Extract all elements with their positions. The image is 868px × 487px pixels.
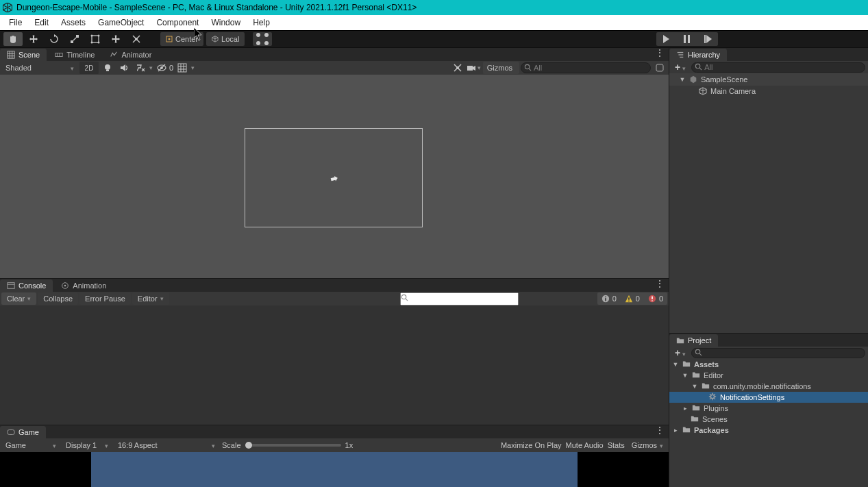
scene-search-input[interactable]: [521, 62, 651, 73]
game-mode-dropdown[interactable]: Game: [3, 441, 59, 449]
toggle-2d[interactable]: 2D: [79, 62, 99, 74]
tab-hierarchy[interactable]: Hierarchy: [669, 49, 727, 61]
step-button[interactable]: [697, 32, 718, 46]
svg-rect-52: [55, 53, 62, 56]
project-packages-row[interactable]: ▸ Packages: [669, 425, 868, 436]
hierarchy-search-input[interactable]: [691, 62, 865, 73]
project-plugins-row[interactable]: ▸ Plugins: [669, 403, 868, 414]
console-error-toggle[interactable]: 0: [644, 292, 667, 305]
console-pane-menu[interactable]: ⋮: [655, 280, 665, 287]
mute-audio-toggle[interactable]: Mute Audio: [566, 441, 604, 449]
tab-animator[interactable]: Animator: [103, 49, 158, 61]
scene-camera-dropdown[interactable]: ▾: [467, 62, 482, 74]
expand-toggle[interactable]: ▼: [679, 76, 686, 83]
tab-console[interactable]: Console: [0, 279, 53, 292]
console-warn-toggle[interactable]: 0: [621, 292, 644, 305]
folder-icon: [691, 371, 701, 380]
project-assets-row[interactable]: ▼ Assets: [669, 359, 868, 370]
expand-toggle[interactable]: ▼: [682, 372, 689, 379]
tab-game[interactable]: Game: [0, 426, 46, 438]
project-search-input[interactable]: [691, 348, 865, 358]
console-error-pause[interactable]: Error Pause: [79, 292, 131, 305]
fx-dropdown-icon[interactable]: ▾: [149, 64, 153, 71]
draw-mode-dropdown[interactable]: Shaded: [1, 62, 78, 74]
game-pane-menu[interactable]: ⋮: [655, 427, 665, 434]
menu-gameobject[interactable]: GameObject: [92, 18, 150, 27]
expand-toggle[interactable]: ▸: [672, 427, 679, 434]
project-create-dropdown[interactable]: +: [672, 347, 689, 358]
slider-knob[interactable]: [245, 442, 252, 449]
toggle-grid-vis[interactable]: [175, 62, 190, 74]
toggle-lighting[interactable]: [100, 62, 115, 74]
tool-move[interactable]: [24, 32, 43, 46]
scene-viewport[interactable]: [0, 75, 669, 278]
menu-assets[interactable]: Assets: [55, 18, 92, 27]
grid-dropdown-icon[interactable]: ▾: [191, 64, 195, 71]
display-dropdown[interactable]: Display 1: [63, 441, 111, 449]
tool-rect[interactable]: [86, 32, 105, 46]
game-gizmos-dropdown[interactable]: Gizmos: [629, 441, 666, 449]
hierarchy-tree[interactable]: ▼ SampleScene Main Camera: [669, 73, 868, 333]
camera-gizmo-icon[interactable]: [330, 175, 338, 182]
toggle-hidden[interactable]: [154, 62, 169, 74]
tab-timeline[interactable]: Timeline: [48, 49, 101, 61]
menu-edit[interactable]: Edit: [28, 18, 55, 27]
tab-animation[interactable]: Animation: [54, 279, 113, 292]
pause-button[interactable]: [677, 32, 697, 46]
project-tab-bar: Project: [669, 334, 868, 347]
console-editor-dropdown[interactable]: Editor▾: [132, 292, 169, 305]
project-scenes-row[interactable]: Scenes: [669, 414, 868, 425]
tool-scale[interactable]: [65, 32, 84, 46]
snap-toggle[interactable]: [253, 32, 272, 46]
expand-toggle[interactable]: ▼: [672, 361, 679, 368]
scale-value: 1x: [345, 441, 354, 449]
scene-tools-icon[interactable]: [450, 62, 465, 74]
stats-toggle[interactable]: Stats: [608, 441, 625, 449]
console-search-input[interactable]: [400, 292, 519, 305]
menu-file[interactable]: File: [3, 18, 28, 27]
toggle-fx[interactable]: [133, 62, 148, 74]
tool-hand[interactable]: [3, 32, 23, 46]
tab-project[interactable]: Project: [669, 334, 718, 347]
gizmos-dropdown[interactable]: Gizmos: [483, 62, 519, 74]
project-tree[interactable]: ▼ Assets ▼ Editor ▼ com.unity.mobile.not…: [669, 359, 868, 487]
tab-scene[interactable]: Scene: [0, 49, 47, 61]
hierarchy-create-dropdown[interactable]: +: [672, 62, 689, 73]
aspect-dropdown[interactable]: 16:9 Aspect: [115, 441, 218, 449]
tab-hierarchy-label: Hierarchy: [688, 51, 720, 59]
maximize-on-play-toggle[interactable]: Maximize On Play: [501, 441, 562, 449]
tool-transform[interactable]: [106, 32, 125, 46]
project-editor-row[interactable]: ▼ Editor: [669, 370, 868, 381]
menu-help[interactable]: Help: [247, 18, 276, 27]
assets-label: Assets: [694, 360, 719, 369]
toggle-audio[interactable]: [116, 62, 132, 74]
rotation-mode-toggle[interactable]: Local: [206, 32, 245, 46]
menu-component[interactable]: Component: [150, 18, 205, 27]
expand-toggle[interactable]: ▸: [682, 405, 689, 412]
project-notif-row[interactable]: ▼ com.unity.mobile.notifications: [669, 381, 868, 392]
scene-isolate[interactable]: [652, 62, 667, 74]
scene-pane-menu[interactable]: ⋮: [655, 49, 665, 56]
search-icon: [695, 349, 702, 358]
menu-bar: File Edit Assets GameObject Component Wi…: [0, 15, 868, 30]
game-viewport[interactable]: [0, 452, 669, 487]
console-body[interactable]: [0, 305, 669, 425]
menu-window[interactable]: Window: [205, 18, 247, 27]
hierarchy-scene-row[interactable]: ▼ SampleScene: [669, 73, 868, 86]
scale-slider[interactable]: [245, 444, 341, 447]
play-button[interactable]: [656, 32, 677, 46]
expand-toggle[interactable]: ▼: [691, 383, 698, 390]
tool-custom[interactable]: [127, 32, 146, 46]
console-clear[interactable]: Clear▾: [1, 292, 36, 305]
tab-game-label: Game: [18, 428, 39, 436]
hierarchy-item[interactable]: Main Camera: [669, 86, 868, 97]
console-tab-bar: Console Animation ⋮: [0, 279, 669, 292]
project-toolbar: +: [669, 347, 868, 359]
project-notif-settings-row[interactable]: NotificationSettings: [669, 392, 868, 403]
console-info-toggle[interactable]: 0: [597, 292, 621, 305]
tool-rotate[interactable]: [45, 32, 64, 46]
draw-mode-label: Shaded: [5, 64, 32, 72]
console-collapse[interactable]: Collapse: [38, 292, 78, 305]
pivot-mode-toggle[interactable]: Center: [160, 32, 203, 46]
tab-animator-label: Animator: [121, 51, 151, 59]
